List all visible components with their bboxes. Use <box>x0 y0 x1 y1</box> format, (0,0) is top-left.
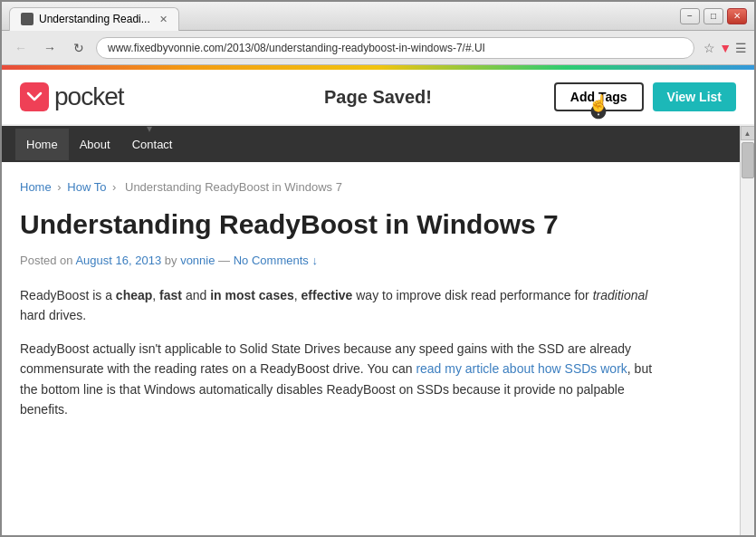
breadcrumb-home[interactable]: Home <box>20 180 52 194</box>
pocket-saved-message: Page Saved! <box>324 87 432 108</box>
breadcrumb-current: Understanding ReadyBoost in Windows 7 <box>125 180 342 194</box>
pocket-actions: Add Tags ☝ View List <box>554 82 736 111</box>
breadcrumb: Home › How To › Understanding ReadyBoost… <box>20 180 672 194</box>
menu-icon[interactable]: ☰ <box>735 41 747 55</box>
url-bar[interactable] <box>96 37 694 59</box>
page-inner: Home About Contact Home › How To › Under… <box>2 126 740 535</box>
browser-window: Understanding Readi... ✕ − □ ✕ ← → ↻ ☆ ▼… <box>0 0 756 537</box>
address-bar: ← → ↻ ☆ ▼ ☰ <box>2 31 754 65</box>
meta-posted: Posted on <box>20 254 73 267</box>
pocket-icon <box>20 82 49 111</box>
maximize-button[interactable]: □ <box>703 8 723 24</box>
tab-close-button[interactable]: ✕ <box>159 14 167 25</box>
ssd-article-link[interactable]: read my article about how SSDs work <box>416 361 627 376</box>
pocket-logo: pocket <box>20 82 124 111</box>
pocket-svg-icon <box>24 87 44 107</box>
nav-home[interactable]: Home <box>15 129 69 160</box>
minimize-button[interactable]: − <box>680 8 700 24</box>
meta-comments-link[interactable]: No Comments ↓ <box>234 254 318 267</box>
close-button[interactable]: ✕ <box>727 8 747 24</box>
scrollbar-up[interactable]: ▲ <box>741 126 755 140</box>
pocket-save-icon[interactable]: ▼ <box>719 41 732 55</box>
tab-title: Understanding Readi... <box>39 13 150 25</box>
article-meta: Posted on August 16, 2013 by vonnie — No… <box>20 254 672 267</box>
address-icons: ☆ ▼ ☰ <box>703 41 747 55</box>
meta-by: by <box>165 254 177 267</box>
window-controls: − □ ✕ <box>680 8 747 24</box>
nav-contact[interactable]: Contact <box>121 129 184 160</box>
scrollbar-thumb[interactable] <box>742 142 754 178</box>
article-title: Understanding ReadyBoost in Windows 7 <box>20 208 672 241</box>
page-content: Home About Contact Home › How To › Under… <box>2 126 754 535</box>
breadcrumb-separator-1: › <box>57 180 61 194</box>
svg-rect-0 <box>24 87 44 107</box>
pocket-logo-text: pocket <box>54 82 124 111</box>
scrollbar: ▲ <box>740 126 754 535</box>
meta-dash: — <box>218 254 230 267</box>
tab-favicon <box>21 13 33 25</box>
article-paragraph-1: ReadyBoost is a cheap, fast and in most … <box>20 285 672 326</box>
breadcrumb-howto[interactable]: How To <box>67 180 106 194</box>
pocket-bar: pocket ▾ Page Saved! Add Tags ☝ View Lis… <box>2 70 754 126</box>
article-paragraph-2: ReadyBoost actually isn't applicable to … <box>20 339 672 420</box>
tab-bar: Understanding Readi... ✕ <box>9 5 179 28</box>
add-tags-button[interactable]: Add Tags <box>554 82 644 111</box>
title-bar: Understanding Readi... ✕ − □ ✕ <box>2 2 754 31</box>
refresh-button[interactable]: ↻ <box>67 36 91 60</box>
meta-date-link[interactable]: August 16, 2013 <box>75 254 161 267</box>
view-list-button[interactable]: View List <box>653 82 736 111</box>
star-icon[interactable]: ☆ <box>703 41 715 55</box>
article-area: Home › How To › Understanding ReadyBoost… <box>2 162 690 450</box>
pocket-dropdown-arrow: ▾ <box>147 122 152 135</box>
site-nav: Home About Contact <box>2 126 740 162</box>
back-button[interactable]: ← <box>9 36 33 60</box>
meta-author-link[interactable]: vonnie <box>180 254 215 267</box>
browser-tab[interactable]: Understanding Readi... ✕ <box>9 7 179 31</box>
article-body: ReadyBoost is a cheap, fast and in most … <box>20 285 672 419</box>
breadcrumb-separator-2: › <box>112 180 116 194</box>
forward-button[interactable]: → <box>38 36 62 60</box>
nav-about[interactable]: About <box>69 129 121 160</box>
